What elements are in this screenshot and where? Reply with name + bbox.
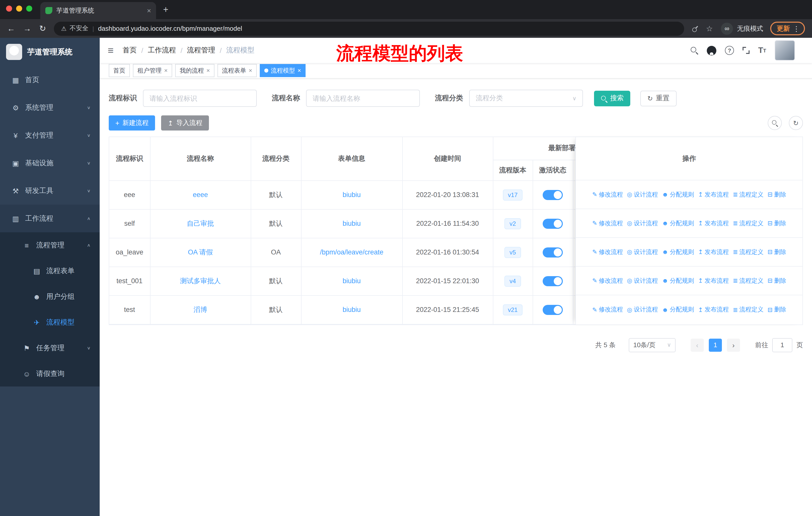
sidebar-item-workflow[interactable]: ▥工作流程∧ — [0, 205, 100, 232]
sidebar-item-process-model[interactable]: ✈流程模型 — [0, 309, 100, 335]
window-minimize-button[interactable] — [16, 5, 22, 11]
toggle-search-icon[interactable] — [768, 116, 782, 130]
status-toggle[interactable] — [543, 247, 563, 257]
design-link[interactable]: ◎设计流程 — [627, 305, 658, 314]
import-process-button[interactable]: ↥ 导入流程 — [161, 115, 209, 131]
edit-link[interactable]: ✎修改流程 — [592, 276, 623, 285]
form-info-link[interactable]: biubiu — [343, 306, 361, 314]
form-info-link[interactable]: biubiu — [343, 277, 361, 285]
form-info-link[interactable]: biubiu — [343, 220, 361, 227]
status-toggle[interactable] — [543, 190, 563, 200]
design-link[interactable]: ◎设计流程 — [627, 248, 658, 256]
process-name-link[interactable]: 测试多审批人 — [180, 277, 221, 284]
reset-button[interactable]: ↻ 重置 — [640, 90, 676, 106]
tag-流程表单[interactable]: 流程表单× — [218, 64, 257, 77]
delete-link[interactable]: ⊟删除 — [767, 248, 786, 256]
sidebar-item-system[interactable]: ⚙系统管理∨ — [0, 94, 100, 121]
edit-link[interactable]: ✎修改流程 — [592, 305, 623, 314]
design-link[interactable]: ◎设计流程 — [627, 219, 658, 227]
design-link[interactable]: ◎设计流程 — [627, 190, 658, 199]
forward-button[interactable]: → — [23, 24, 31, 33]
delete-link[interactable]: ⊟删除 — [767, 190, 786, 199]
sidebar-item-infrastructure[interactable]: ▣基础设施∨ — [0, 149, 100, 177]
create-process-button[interactable]: + 新建流程 — [109, 115, 155, 131]
menu-kebab-icon[interactable]: ⋮ — [793, 24, 800, 32]
font-size-icon[interactable]: TT — [758, 46, 766, 55]
edit-link[interactable]: ✎修改流程 — [592, 219, 623, 227]
password-key-icon[interactable] — [689, 23, 700, 34]
tag-租户管理[interactable]: 租户管理× — [133, 64, 172, 77]
design-link[interactable]: ◎设计流程 — [627, 276, 658, 285]
status-toggle[interactable] — [543, 218, 563, 228]
definition-link[interactable]: ≣流程定义 — [733, 276, 763, 285]
category-select[interactable]: 流程分类 ∨ — [469, 90, 583, 107]
github-icon[interactable] — [707, 46, 716, 55]
tag-我的流程[interactable]: 我的流程× — [175, 64, 214, 77]
collapse-sidebar-icon[interactable]: ≡ — [108, 45, 114, 56]
assign-link[interactable]: ☻分配规则 — [662, 248, 694, 256]
publish-link[interactable]: ↥发布流程 — [698, 219, 729, 227]
sidebar-item-process-mgmt[interactable]: ≡流程管理∧ — [0, 232, 100, 258]
assign-link[interactable]: ☻分配规则 — [662, 305, 694, 314]
definition-link[interactable]: ≣流程定义 — [733, 248, 763, 256]
publish-link[interactable]: ↥发布流程 — [698, 190, 729, 199]
publish-link[interactable]: ↥发布流程 — [698, 248, 729, 256]
assign-link[interactable]: ☻分配规则 — [662, 276, 694, 285]
delete-link[interactable]: ⊟删除 — [767, 219, 786, 227]
publish-link[interactable]: ↥发布流程 — [698, 276, 729, 285]
browser-update-button[interactable]: 更新 ⋮ — [770, 22, 805, 35]
definition-link[interactable]: ≣流程定义 — [733, 305, 763, 314]
window-close-button[interactable] — [6, 5, 12, 11]
tag-流程模型[interactable]: 流程模型× — [260, 64, 306, 77]
sidebar-item-home[interactable]: ▦首页 — [0, 66, 100, 94]
sidebar-item-user-group[interactable]: ☻用户分组 — [0, 284, 100, 309]
user-avatar[interactable] — [775, 40, 795, 60]
tag-close-icon[interactable]: × — [164, 67, 168, 74]
help-icon[interactable]: ? — [725, 46, 734, 55]
sidebar-item-leave-query[interactable]: ☺请假查询 — [0, 361, 100, 386]
search-icon[interactable] — [691, 47, 698, 54]
search-button[interactable]: 搜索 — [594, 90, 630, 106]
publish-link[interactable]: ↥发布流程 — [698, 305, 729, 314]
edit-link[interactable]: ✎修改流程 — [592, 190, 623, 199]
new-tab-button[interactable]: + — [163, 4, 168, 15]
sidebar-item-dev-tools[interactable]: ⚒研发工具∨ — [0, 177, 100, 205]
url-field[interactable]: ⚠ 不安全 | dashboard.yudao.iocoder.cn/bpm/m… — [54, 21, 684, 35]
sidebar-item-payment[interactable]: ¥支付管理∨ — [0, 121, 100, 149]
tag-close-icon[interactable]: × — [249, 67, 252, 74]
form-info-link[interactable]: biubiu — [343, 191, 361, 198]
process-name-link[interactable]: 滔博 — [194, 306, 207, 313]
tag-首页[interactable]: 首页 — [109, 64, 130, 77]
window-zoom-button[interactable] — [26, 5, 32, 11]
status-toggle[interactable] — [543, 305, 563, 315]
process-name-link[interactable]: 自己审批 — [187, 219, 214, 227]
reload-button[interactable]: ↻ — [39, 24, 46, 33]
sidebar-item-process-form[interactable]: ▤流程表单 — [0, 258, 100, 284]
edit-link[interactable]: ✎修改流程 — [592, 248, 623, 256]
breadcrumb-item[interactable]: 工作流程 — [148, 46, 176, 55]
goto-page-input[interactable] — [772, 338, 792, 352]
process-name-input[interactable] — [306, 90, 420, 107]
process-key-input[interactable] — [143, 90, 257, 107]
next-page-button[interactable]: › — [727, 338, 740, 351]
tag-close-icon[interactable]: × — [297, 67, 301, 74]
prev-page-button[interactable]: ‹ — [691, 338, 704, 351]
tag-close-icon[interactable]: × — [206, 67, 210, 74]
assign-link[interactable]: ☻分配规则 — [662, 219, 694, 227]
delete-link[interactable]: ⊟删除 — [767, 305, 786, 314]
page-number-1[interactable]: 1 — [709, 338, 722, 351]
form-info-link[interactable]: /bpm/oa/leave/create — [320, 248, 383, 256]
sidebar-item-task-mgmt[interactable]: ⚑任务管理∨ — [0, 335, 100, 361]
fullscreen-icon[interactable] — [743, 47, 750, 54]
definition-link[interactable]: ≣流程定义 — [733, 219, 763, 227]
browser-tab[interactable]: 芋道管理系统 × — [40, 2, 156, 19]
status-toggle[interactable] — [543, 276, 563, 286]
process-name-link[interactable]: eeee — [193, 191, 208, 198]
back-button[interactable]: ← — [7, 24, 15, 33]
definition-link[interactable]: ≣流程定义 — [733, 190, 763, 199]
breadcrumb-item[interactable]: 首页 — [123, 46, 137, 55]
refresh-table-icon[interactable]: ↻ — [789, 116, 803, 130]
process-name-link[interactable]: OA 请假 — [188, 248, 213, 256]
page-size-select[interactable]: 10条/页 ∨ — [629, 338, 675, 352]
tab-close-icon[interactable]: × — [147, 6, 151, 15]
